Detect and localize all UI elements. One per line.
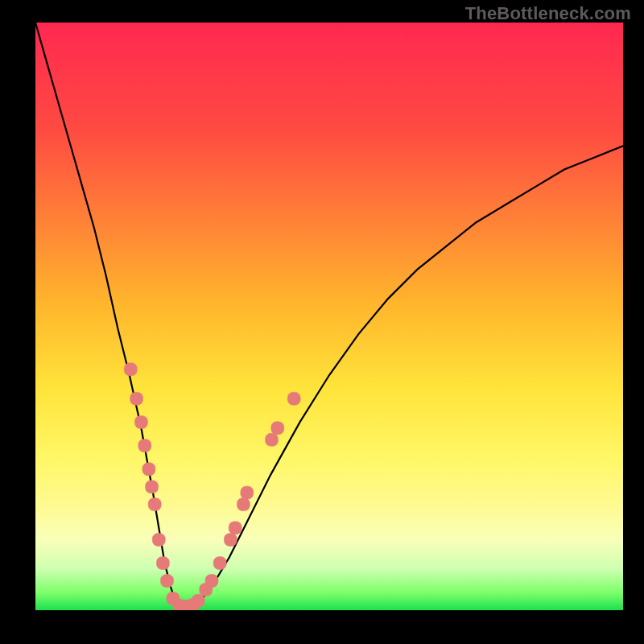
marker-dot (224, 533, 237, 546)
marker-dot (142, 463, 155, 476)
marker-dot (124, 363, 137, 376)
marker-dot (229, 522, 242, 535)
marker-dot (161, 575, 174, 588)
marker-dot (134, 415, 147, 428)
marker-dot (156, 557, 169, 570)
marker-dot (148, 498, 161, 511)
attribution-text: TheBottleneck.com (465, 3, 631, 24)
chart-svg (35, 23, 623, 610)
bottleneck-curve (35, 23, 623, 607)
chart-frame: TheBottleneck.com (0, 0, 644, 644)
marker-dot (237, 498, 250, 511)
marker-dot (138, 440, 151, 452)
marker-dot (192, 594, 204, 607)
marker-dot (152, 533, 165, 546)
plot-area (35, 23, 623, 610)
marker-dot (130, 392, 143, 405)
marker-dot (213, 557, 226, 570)
marker-dot (287, 392, 300, 405)
marker-group (124, 363, 300, 610)
marker-dot (271, 422, 284, 435)
marker-dot (146, 481, 159, 493)
marker-dot (241, 486, 254, 499)
marker-dot (265, 433, 278, 446)
marker-dot (205, 575, 218, 588)
